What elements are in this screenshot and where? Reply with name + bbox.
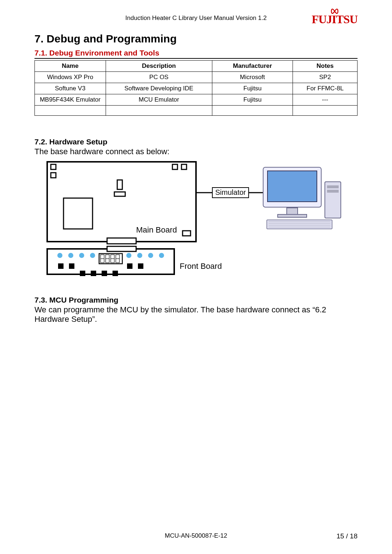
cell [212,106,293,116]
svg-rect-26 [107,246,136,251]
svg-rect-7 [117,180,122,189]
cell: Microsoft [212,72,293,83]
header-title: Induction Heater C Library User Manual V… [125,15,266,21]
svg-rect-4 [181,164,187,169]
section-7-2-text: The base hardware connect as below: [34,147,358,156]
table-row [35,106,358,116]
svg-rect-51 [113,271,118,276]
svg-point-28 [68,253,73,258]
svg-point-32 [137,253,142,258]
cell: Fujitsu [212,94,293,106]
section-7-3-text: We can programme the MCU by the simulato… [34,305,358,324]
svg-point-27 [57,253,62,258]
svg-rect-1 [51,164,56,169]
hardware-diagram: Main Board Simulator [34,160,358,281]
cell: Software Developing IDE [106,83,212,94]
cell [35,106,106,116]
table-row: MB95F434K Emulator MCU Emulator Fujitsu … [35,94,358,106]
cell: MB95F434K Emulator [35,94,106,106]
svg-rect-18 [327,185,339,188]
section-7-2-title: 7.2. Hardware Setup [34,138,358,146]
th-name: Name [35,61,106,72]
svg-rect-3 [172,164,177,169]
table-row: Softune V3 Software Developing IDE Fujit… [35,83,358,94]
footer-docnum: MCU-AN-500087-E-12 [165,532,227,539]
svg-rect-6 [64,198,93,229]
svg-rect-15 [287,208,298,214]
svg-rect-48 [80,271,85,276]
svg-rect-5 [183,231,191,236]
tools-table: Name Description Manufacturer Notes Wind… [34,60,358,116]
cell: MCU Emulator [106,94,212,106]
cell: Fujitsu [212,83,293,94]
section-7-1-title: 7.1. Debug Environment and Tools [34,49,358,59]
svg-point-34 [159,253,164,258]
svg-point-30 [90,253,95,258]
cell: Windows XP Pro [35,72,106,83]
main-board-label: Main Board [136,225,177,234]
svg-rect-9 [107,238,136,244]
svg-rect-20 [267,220,332,229]
th-notes: Notes [293,61,358,72]
table-header-row: Name Description Manufacturer Notes [35,61,358,72]
svg-rect-2 [51,173,56,178]
th-description: Description [106,61,212,72]
cell [293,106,358,116]
brand-text: FUJITSU [312,13,358,26]
simulator-label: Simulator [215,188,246,196]
heading-main: 7. Debug and Programming [34,33,358,45]
cell: Softune V3 [35,83,106,94]
table-row: Windows XP Pro PC OS Microsoft SP2 [35,72,358,83]
th-manufacturer: Manufacturer [212,61,293,72]
cell: For FFMC-8L [293,83,358,94]
svg-rect-49 [91,271,96,276]
svg-rect-14 [268,171,317,202]
cell: --- [293,94,358,106]
footer-page: 15 / 18 [336,532,358,540]
svg-rect-45 [69,263,74,269]
fujitsu-logo: FUJITSU [312,13,358,26]
svg-rect-46 [127,263,132,269]
svg-point-33 [148,253,153,258]
section-7-3-title: 7.3. MCU Programming [34,296,358,304]
svg-rect-44 [58,263,64,269]
svg-rect-47 [138,263,143,269]
svg-rect-8 [114,192,125,196]
front-board-label: Front Board [180,262,222,271]
cell [106,106,212,116]
svg-rect-16 [278,214,307,217]
cell: PC OS [106,72,212,83]
svg-point-29 [79,253,84,258]
svg-rect-19 [327,190,339,193]
svg-point-31 [126,253,131,258]
svg-rect-50 [102,271,107,276]
cell: SP2 [293,72,358,83]
